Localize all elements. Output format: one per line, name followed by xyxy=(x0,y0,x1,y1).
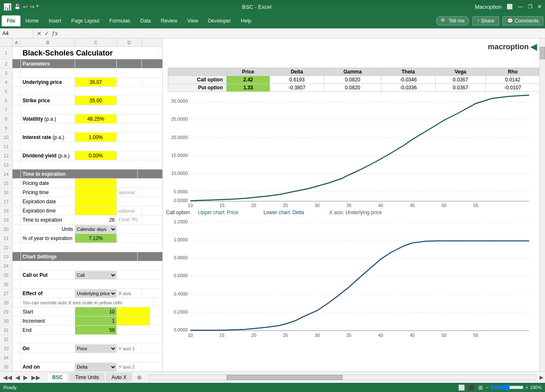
svg-text:30: 30 xyxy=(315,203,320,207)
put-label: Put option xyxy=(168,84,227,92)
cell-30d-yellow[interactable] xyxy=(117,316,150,325)
page-layout-icon[interactable]: ⬛ xyxy=(468,384,475,391)
cell-34a xyxy=(13,353,21,362)
cell-31b: End xyxy=(21,326,75,334)
effect-of-select[interactable]: Underlying price Volatility Time to expi… xyxy=(75,289,116,298)
cell-6a xyxy=(13,96,21,105)
cell-35c[interactable]: Delta Gamma Theta xyxy=(75,362,117,371)
tab-help[interactable]: Help xyxy=(236,15,256,26)
svg-text:40: 40 xyxy=(378,203,383,207)
svg-text:55: 55 xyxy=(473,333,478,338)
cell-8a xyxy=(13,114,21,123)
svg-text:0.0000: 0.0000 xyxy=(174,327,188,332)
row-num-15: 15 xyxy=(0,179,13,187)
scrollbar-thumb[interactable] xyxy=(540,47,545,59)
confirm-formula-icon[interactable]: ✓ xyxy=(44,30,49,37)
call-delta: 0.6193 xyxy=(270,76,324,84)
zoom-out-button[interactable]: − xyxy=(486,385,489,390)
tab-developer[interactable]: Developer xyxy=(203,15,236,26)
redo-button[interactable]: ↪ xyxy=(30,3,35,10)
dividend-label: Dividend yield xyxy=(23,153,58,159)
results-header-label xyxy=(168,68,227,76)
table-row: 27 Effect of Underlying price Volatility… xyxy=(0,289,162,298)
bottom-scroll-thumb[interactable] xyxy=(227,375,343,380)
cell-16c[interactable] xyxy=(75,188,117,197)
nav-last[interactable]: ▶▶ xyxy=(30,374,42,381)
bottom-bar: ◀◀ ◀ ▶ ▶▶ BSC Time Units Auto X ⊕ ▶ xyxy=(0,371,545,383)
units-select[interactable]: Calendar days Trading days xyxy=(75,225,116,234)
sheet-tab-auto-x[interactable]: Auto X xyxy=(106,373,132,382)
cell-33c[interactable]: Price Delta Gamma xyxy=(75,344,117,353)
cell-15c[interactable] xyxy=(75,179,117,187)
cell-26a xyxy=(13,280,21,288)
insert-function-icon[interactable]: ƒx xyxy=(52,30,58,37)
cell-27d: X axis xyxy=(117,289,142,298)
restore-button[interactable]: ⬜ xyxy=(507,4,513,10)
tab-view[interactable]: View xyxy=(182,15,203,26)
row-num-32: 32 xyxy=(0,335,13,344)
cell-2c xyxy=(75,59,117,68)
nav-prev[interactable]: ◀ xyxy=(14,374,21,381)
tab-insert[interactable]: Insert xyxy=(44,15,66,26)
cell-8c[interactable]: 48.25% xyxy=(75,114,117,123)
tab-formulas[interactable]: Formulas xyxy=(104,15,135,26)
cell-25c[interactable]: Call Put xyxy=(75,271,117,279)
cell-18c[interactable] xyxy=(75,206,117,215)
tab-file[interactable]: File xyxy=(2,15,20,26)
tab-data[interactable]: Data xyxy=(135,15,156,26)
tab-page-layout[interactable]: Page Layout xyxy=(66,15,104,26)
formula-input[interactable] xyxy=(61,30,545,36)
call-rho: 0.0142 xyxy=(486,76,540,84)
zoom-in-button[interactable]: + xyxy=(525,385,528,390)
normal-view-icon[interactable]: ⬜ xyxy=(458,384,465,391)
cell-30b: Increment xyxy=(21,316,75,325)
close-button[interactable]: ✕ xyxy=(537,4,542,10)
svg-text:0.4000: 0.4000 xyxy=(174,291,188,296)
undo-button[interactable]: ↩ xyxy=(23,3,28,10)
cell-14a xyxy=(13,169,21,178)
cell-10c[interactable]: 1.00% xyxy=(75,133,117,142)
sheet-tab-bsc[interactable]: BSC xyxy=(47,373,68,382)
svg-text:55: 55 xyxy=(473,203,478,207)
add-sheet-button[interactable]: ⊕ xyxy=(134,373,145,382)
cell-17c[interactable] xyxy=(75,197,117,206)
put-delta: -0.3807 xyxy=(270,84,324,92)
cell-30a xyxy=(13,316,21,325)
name-box[interactable]: A4 xyxy=(0,28,33,38)
tell-me-box[interactable]: 🔍 Tell me xyxy=(436,16,469,25)
comments-button[interactable]: 💬 Comments xyxy=(502,16,543,25)
cell-29d-yellow[interactable] xyxy=(117,307,150,316)
cell-4c[interactable]: 36.07 xyxy=(75,78,117,86)
cell-20c[interactable]: Calendar days Trading days xyxy=(75,225,117,233)
row-num-20: 20 xyxy=(0,225,13,233)
zoom-level: 100% xyxy=(530,385,542,390)
tab-home[interactable]: Home xyxy=(20,15,44,26)
cell-4b: Underlying price xyxy=(21,78,75,86)
table-row: 5 xyxy=(0,87,162,96)
nav-next[interactable]: ▶ xyxy=(22,374,29,381)
nav-right-arrow[interactable]: ▶ xyxy=(540,374,543,380)
on-select[interactable]: Price Delta Gamma xyxy=(75,344,116,353)
and-on-select[interactable]: Delta Gamma Theta xyxy=(75,363,116,372)
nav-first[interactable]: ◀◀ xyxy=(2,374,13,381)
quick-access-more[interactable]: ▾ xyxy=(36,3,39,10)
maximize-button[interactable]: ❐ xyxy=(528,4,532,10)
row-num-23: 23 xyxy=(0,252,13,261)
cell-12c[interactable]: 0.00% xyxy=(75,151,117,160)
title-bar-left: 📊 💾 ↩ ↪ ▾ xyxy=(3,3,39,11)
put-vega: 0.0367 xyxy=(435,84,486,92)
call-put-select[interactable]: Call Put xyxy=(75,271,116,280)
cancel-formula-icon[interactable]: ✕ xyxy=(37,30,42,37)
cell-6c[interactable]: 35.00 xyxy=(75,96,117,105)
bottom-scrollbar[interactable] xyxy=(149,374,536,380)
sheet-tab-time-units[interactable]: Time Units xyxy=(70,373,104,382)
cell-27c[interactable]: Underlying price Volatility Time to expi… xyxy=(75,289,117,298)
share-button[interactable]: ↑ Share xyxy=(472,16,499,25)
zoom-slider[interactable] xyxy=(490,385,524,390)
right-scrollbar[interactable] xyxy=(539,38,545,371)
minimize-button[interactable]: — xyxy=(518,4,523,10)
tab-review[interactable]: Review xyxy=(156,15,182,26)
save-icon[interactable]: 💾 xyxy=(14,4,20,10)
svg-text:15.0000: 15.0000 xyxy=(171,153,188,158)
page-break-icon[interactable]: ⊞ xyxy=(478,384,483,391)
